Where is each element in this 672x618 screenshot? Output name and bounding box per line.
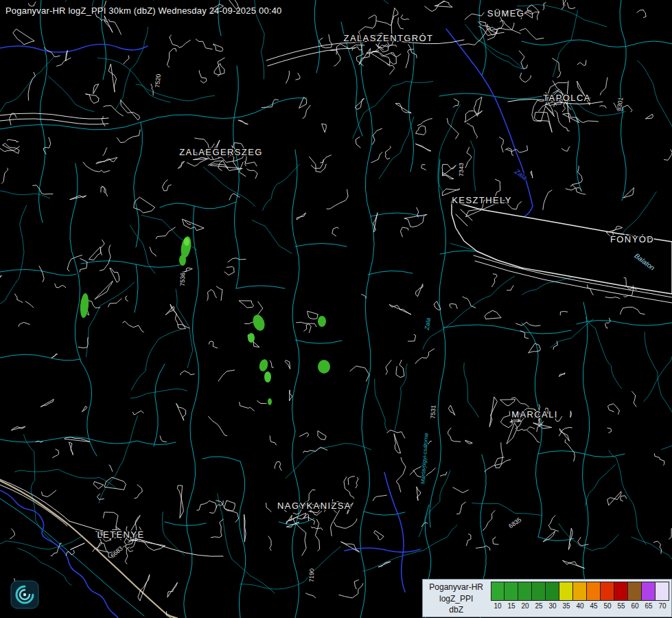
water-label: Zala — [424, 317, 432, 331]
legend-value: 35 — [559, 601, 573, 610]
legend-swatch — [642, 582, 656, 601]
road-number: 7536 — [179, 273, 187, 286]
product-title: Poganyvar-HR logZ_PPI 30km (dbZ) Wednesd… — [5, 5, 282, 16]
legend-step-35: 35 — [559, 582, 573, 610]
legend-swatch — [546, 582, 559, 601]
town-label: TAPOLCA — [543, 93, 591, 103]
road-number: 7520 — [154, 73, 162, 88]
legend-swatch — [614, 582, 628, 601]
town-label: KESZTHELY — [452, 195, 512, 205]
legend-value: 40 — [573, 601, 587, 610]
legend-step-40: 40 — [573, 582, 587, 610]
radar-echo — [179, 255, 186, 266]
legend-value: 30 — [546, 601, 559, 610]
radar-echo — [318, 316, 326, 327]
legend-step-15: 15 — [505, 582, 518, 610]
legend-titles: Poganyvar-HR logZ_PPI dbZ — [425, 582, 487, 615]
radar-echo — [268, 398, 272, 405]
logo-graphic — [10, 580, 39, 609]
legend-value: 50 — [601, 601, 614, 610]
town-label: FONYÓD — [610, 234, 654, 244]
legend-value: 45 — [587, 601, 601, 610]
legend-swatch — [532, 582, 546, 601]
legend-step-70: 70 — [656, 582, 669, 610]
legend-product-name: Poganyvar-HR — [429, 582, 483, 593]
radar-echo — [318, 360, 330, 374]
radar-spiral-icon — [10, 580, 39, 609]
legend-swatch — [573, 582, 587, 601]
legend-value: 70 — [656, 601, 669, 610]
legend-quantity: logZ_PPI — [439, 593, 473, 604]
legend-swatch — [505, 582, 518, 601]
road-number: 6683 — [109, 545, 124, 559]
radar-map: 75207536734375318301683566837190 ZalaZal… — [0, 0, 672, 618]
legend-swatch — [601, 582, 614, 601]
legend-value: 10 — [491, 601, 505, 610]
road-number: 7343 — [458, 163, 465, 176]
road-number: 7531 — [429, 405, 437, 420]
legend-value: 25 — [532, 601, 546, 610]
road-number: 6835 — [507, 516, 522, 530]
water-label: Marótvölgyi-csatorna — [419, 433, 429, 484]
town-label: ZALASZENTGRÓT — [344, 33, 434, 43]
legend-value: 65 — [642, 601, 656, 610]
radar-echo — [258, 358, 269, 372]
legend-step-50: 50 — [601, 582, 614, 610]
legend-swatch — [559, 582, 573, 601]
town-label: ZALAEGERSZEG — [179, 147, 263, 157]
radar-echo — [264, 371, 271, 382]
town-label: MARCALI — [511, 409, 558, 420]
water-label: Zala — [513, 167, 529, 181]
legend-step-30: 30 — [546, 582, 559, 610]
radar-viewer: 75207536734375318301683566837190 ZalaZal… — [0, 0, 672, 618]
legend-swatch — [491, 582, 505, 601]
colorscale-legend: Poganyvar-HR logZ_PPI dbZ 10152025303540… — [422, 579, 672, 617]
legend-swatch — [656, 582, 669, 601]
legend-swatch — [518, 582, 532, 601]
legend-swatch — [628, 582, 642, 601]
legend-value: 60 — [628, 601, 642, 610]
legend-step-25: 25 — [532, 582, 546, 610]
legend-unit: dbZ — [449, 604, 463, 615]
legend-step-60: 60 — [628, 582, 642, 610]
legend-value: 55 — [614, 601, 628, 610]
legend-step-45: 45 — [587, 582, 601, 610]
radar-echo — [251, 313, 266, 332]
legend-step-55: 55 — [614, 582, 628, 610]
town-label: SÜMEG — [487, 8, 525, 19]
legend-value: 20 — [518, 601, 532, 610]
legend-swatch — [587, 582, 601, 601]
legend-step-10: 10 — [491, 582, 505, 610]
town-label: LETENYE — [97, 529, 144, 540]
legend-step-20: 20 — [518, 582, 532, 610]
radar-echo — [184, 238, 189, 246]
town-label: NAGYKANIZSA — [277, 501, 351, 511]
legend-step-65: 65 — [642, 582, 656, 610]
road-number: 7190 — [308, 569, 316, 582]
legend-value: 15 — [505, 601, 518, 610]
legend-scale: 10152025303540455055606570 — [491, 582, 669, 615]
radar-echo — [248, 333, 255, 343]
